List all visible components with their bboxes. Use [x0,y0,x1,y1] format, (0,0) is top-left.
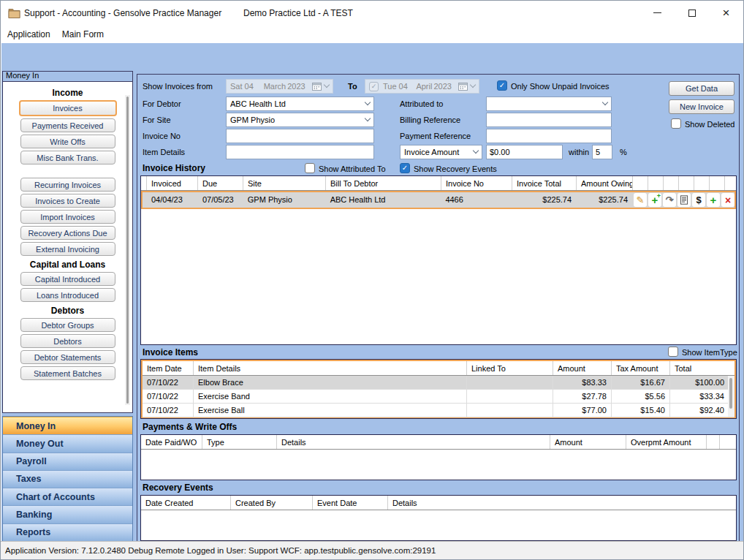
statusbar-text: Application Version: 7.12.0.2480 Debug R… [5,546,436,555]
date-to-year: 2023 [433,82,457,91]
column-header-overpmt-amount[interactable]: Overpmt Amount [626,435,707,449]
sidebar-button-payments-received[interactable]: Payments Received [20,118,115,132]
column-header-date-created[interactable]: Date Created [141,496,231,510]
payment-button[interactable]: $ [692,193,705,207]
attributed-to-combo[interactable] [486,97,612,111]
minimize-button[interactable] [640,1,675,25]
sidebar-button-capital-introduced[interactable]: Capital Introduced [20,272,115,286]
amount-input[interactable] [486,145,563,159]
show-attributed-to-checkbox[interactable] [305,163,315,173]
payment-reference-input[interactable] [486,129,612,143]
date-to-enabled-checkbox[interactable]: ✓ [369,82,379,91]
sidebar-button-external-invoicing[interactable]: External Invoicing [20,242,115,256]
add-invoice-item-button[interactable]: ++ [648,193,661,207]
column-header-tax-amount[interactable]: Tax Amount [612,361,670,375]
column-header-total[interactable]: Total [670,361,734,375]
edit-invoice-button[interactable]: ✎ [634,193,647,207]
sidebar-scrollbar-thumb[interactable] [126,97,129,404]
column-header-bill-to-debtor[interactable]: Bill To Debtor [326,176,441,190]
column-header-details[interactable]: Details [277,435,550,449]
column-header-invoice-no[interactable]: Invoice No [441,176,512,190]
sidebar-button-recurring-invoices[interactable]: Recurring Invoices [20,178,115,192]
show-recovery-events-label: Show Recovery Events [414,164,497,173]
column-header-amount[interactable]: Amount [550,435,626,449]
cell-site: GPM Physio [243,192,326,208]
sidebar-button-misc-bank-trans[interactable]: Misc Bank Trans. [20,151,115,164]
invoice-items-scrollbar-thumb[interactable] [729,378,732,409]
sidebar-header-income: Income [3,88,132,98]
maximize-button[interactable] [675,1,709,25]
amount-filter-type-value: Invoice Amount [404,148,474,156]
sidebar-button-invoices[interactable]: Invoices [19,100,117,116]
check-icon: ✓ [402,164,408,172]
invoice-item-row[interactable]: 07/10/22 Exercise Band $27.78 $5.56 $33.… [143,390,734,404]
date-to-dropdown[interactable] [458,82,475,91]
calendar-icon [458,82,468,91]
close-button[interactable]: × [709,1,743,25]
sidebar-button-debtor-statements[interactable]: Debtor Statements [20,350,115,364]
for-site-combo[interactable]: GPM Physio [226,113,374,127]
column-header-due[interactable]: Due [198,176,243,190]
within-percent-input[interactable] [592,145,612,159]
menu-main-form[interactable]: Main Form [62,29,104,39]
invoice-items-header: Item Date Item Details Linked To Amount … [143,361,734,376]
column-header-created-by[interactable]: Created By [231,496,313,510]
column-header-site[interactable]: Site [243,176,326,190]
invoice-no-input[interactable] [226,129,374,143]
column-header-date-paid-wo[interactable]: Date Paid/WO [141,435,202,449]
get-data-button[interactable]: Get Data [669,81,734,96]
show-deleted-checkbox[interactable] [671,118,681,129]
accordion-banking[interactable]: Banking [3,505,132,523]
column-header-amount-owing[interactable]: Amount Owing [577,176,633,190]
view-invoice-document-button[interactable] [677,193,691,207]
delete-invoice-button[interactable]: × [721,193,734,207]
billing-reference-input[interactable] [486,113,612,127]
recur-invoice-button[interactable]: ↷ [663,193,676,207]
column-header-linked-to[interactable]: Linked To [467,361,553,375]
accordion-chart-of-accounts[interactable]: Chart of Accounts [3,488,132,505]
column-header-event-date[interactable]: Event Date [313,496,388,510]
for-debtor-combo[interactable]: ABC Health Ltd [226,97,374,111]
date-to-picker[interactable]: ✓ Tue 04 April 2023 [365,79,479,94]
column-header-invoiced[interactable]: Invoiced [147,176,198,190]
accordion-taxes[interactable]: Taxes [3,470,132,488]
sidebar-button-recovery-actions-due[interactable]: Recovery Actions Due [20,226,115,240]
invoice-items-scrollbar[interactable] [728,376,734,417]
sidebar-button-debtor-groups[interactable]: Debtor Groups [20,318,115,332]
column-header-invoice-total[interactable]: Invoice Total [512,176,577,190]
amount-filter-type-combo[interactable]: Invoice Amount [400,145,482,159]
sidebar-button-invoices-to-create[interactable]: Invoices to Create [20,194,115,208]
new-invoice-button[interactable]: New Invoice [669,99,734,114]
only-show-unpaid-checkbox[interactable]: ✓ [497,80,507,91]
sidebar-button-import-invoices[interactable]: Import Invoices [20,210,115,224]
invoice-item-row[interactable]: 07/10/22 Elbow Brace $83.33 $16.67 $100.… [143,376,734,390]
invoice-item-row[interactable]: 07/10/22 Exercise Ball $77.00 $15.40 $92… [143,404,734,417]
for-site-value: GPM Physio [230,116,365,124]
show-recovery-events-checkbox[interactable]: ✓ [400,163,410,173]
column-header-item-date[interactable]: Item Date [143,361,194,375]
column-header-item-details[interactable]: Item Details [194,361,467,375]
cell-invoiced: 04/04/23 [147,192,198,208]
column-header-type[interactable]: Type [202,435,277,449]
item-details-input[interactable] [226,145,374,159]
sidebar-button-loans-introduced[interactable]: Loans Introduced [20,288,115,302]
chevron-down-icon [470,82,476,88]
column-header-details[interactable]: Details [388,496,736,510]
recovery-events-title: Recovery Events [143,483,213,493]
show-itemtype-checkbox[interactable] [668,347,678,357]
sidebar-button-debtors[interactable]: Debtors [20,334,115,348]
accordion-reports[interactable]: Reports [3,523,132,541]
date-from-picker[interactable]: Sat 04 March 2023 [226,79,333,94]
add-button[interactable]: + [707,193,720,207]
for-debtor-label: For Debtor [143,99,181,108]
column-header-amount[interactable]: Amount [553,361,612,375]
invoice-history-row[interactable]: 04/04/23 07/05/23 GPM Physio ABC Health … [141,191,736,209]
accordion-payroll[interactable]: Payroll [3,453,132,470]
accordion-money-out[interactable]: Money Out [3,434,132,452]
sidebar-button-statement-batches[interactable]: Statement Batches [20,366,115,380]
menu-application[interactable]: Application [7,29,50,39]
sidebar-button-write-offs[interactable]: Write Offs [20,135,115,148]
date-from-dropdown[interactable] [312,82,329,91]
accordion-money-in[interactable]: Money In [3,417,132,434]
sidebar-scrollbar[interactable] [125,95,130,405]
